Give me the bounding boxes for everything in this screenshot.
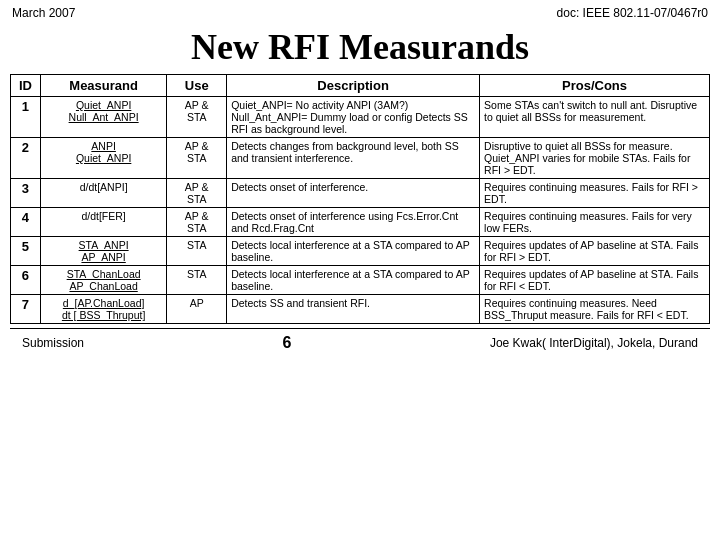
cell-proscons: Some STAs can't switch to null ant. Disr… xyxy=(480,97,710,138)
cell-description: Detects onset of interference using Fcs.… xyxy=(227,208,480,237)
cell-description: Detects local interference at a STA comp… xyxy=(227,266,480,295)
cell-description: Detects SS and transient RFI. xyxy=(227,295,480,324)
cell-measurand: Quiet_ANPINull_Ant_ANPI xyxy=(40,97,166,138)
cell-proscons: Requires updates of AP baseline at STA. … xyxy=(480,266,710,295)
cell-measurand: d/dt[FER] xyxy=(40,208,166,237)
cell-use: STA xyxy=(167,237,227,266)
table-row: 5STA_ANPIAP_ANPISTADetects local interfe… xyxy=(11,237,710,266)
cell-use: AP &STA xyxy=(167,138,227,179)
col-header-description: Description xyxy=(227,75,480,97)
col-header-measurand: Measurand xyxy=(40,75,166,97)
cell-description: Quiet_ANPI= No activity ANPI (3AM?) Null… xyxy=(227,97,480,138)
cell-use: AP xyxy=(167,295,227,324)
table-row: 4d/dt[FER]AP &STADetects onset of interf… xyxy=(11,208,710,237)
cell-use: AP &STA xyxy=(167,97,227,138)
cell-proscons: Requires continuing measures. Fails for … xyxy=(480,208,710,237)
measurands-table: ID Measurand Use Description Pros/Cons 1… xyxy=(10,74,710,324)
footer-center: 6 xyxy=(283,334,292,352)
cell-description: Detects local interference at a STA comp… xyxy=(227,237,480,266)
cell-id: 1 xyxy=(11,97,41,138)
cell-id: 5 xyxy=(11,237,41,266)
col-header-use: Use xyxy=(167,75,227,97)
header-left: March 2007 xyxy=(12,6,75,20)
col-header-id: ID xyxy=(11,75,41,97)
table-row: 1Quiet_ANPINull_Ant_ANPIAP &STAQuiet_ANP… xyxy=(11,97,710,138)
cell-measurand: STA_ANPIAP_ANPI xyxy=(40,237,166,266)
cell-measurand: d_[AP.ChanLoad]dt [ BSS_Thruput] xyxy=(40,295,166,324)
cell-id: 6 xyxy=(11,266,41,295)
header-right: doc: IEEE 802.11-07/0467r0 xyxy=(557,6,708,20)
cell-id: 7 xyxy=(11,295,41,324)
cell-measurand: STA_ChanLoadAP_ChanLoad xyxy=(40,266,166,295)
cell-id: 2 xyxy=(11,138,41,179)
cell-id: 4 xyxy=(11,208,41,237)
table-row: 2ANPIQuiet_ANPIAP &STADetects changes fr… xyxy=(11,138,710,179)
cell-description: Detects onset of interference. xyxy=(227,179,480,208)
table-row: 3d/dt[ANPI]AP &STADetects onset of inter… xyxy=(11,179,710,208)
table-container: ID Measurand Use Description Pros/Cons 1… xyxy=(0,74,720,324)
cell-measurand: d/dt[ANPI] xyxy=(40,179,166,208)
cell-proscons: Requires updates of AP baseline at STA. … xyxy=(480,237,710,266)
footer: Submission 6 Joe Kwak( InterDigital), Jo… xyxy=(10,328,710,352)
table-row: 7d_[AP.ChanLoad]dt [ BSS_Thruput]APDetec… xyxy=(11,295,710,324)
cell-description: Detects changes from background level, b… xyxy=(227,138,480,179)
cell-measurand: ANPIQuiet_ANPI xyxy=(40,138,166,179)
cell-proscons: Requires continuing measures. Fails for … xyxy=(480,179,710,208)
table-row: 6STA_ChanLoadAP_ChanLoadSTADetects local… xyxy=(11,266,710,295)
cell-proscons: Requires continuing measures. Need BSS_T… xyxy=(480,295,710,324)
main-title: New RFI Measurands xyxy=(0,22,720,74)
cell-use: AP &STA xyxy=(167,179,227,208)
footer-right: Joe Kwak( InterDigital), Jokela, Durand xyxy=(490,336,698,350)
cell-proscons: Disruptive to quiet all BSSs for measure… xyxy=(480,138,710,179)
col-header-proscons: Pros/Cons xyxy=(480,75,710,97)
footer-left: Submission xyxy=(22,336,84,350)
cell-use: STA xyxy=(167,266,227,295)
cell-use: AP &STA xyxy=(167,208,227,237)
header-bar: March 2007 doc: IEEE 802.11-07/0467r0 xyxy=(0,0,720,22)
cell-id: 3 xyxy=(11,179,41,208)
